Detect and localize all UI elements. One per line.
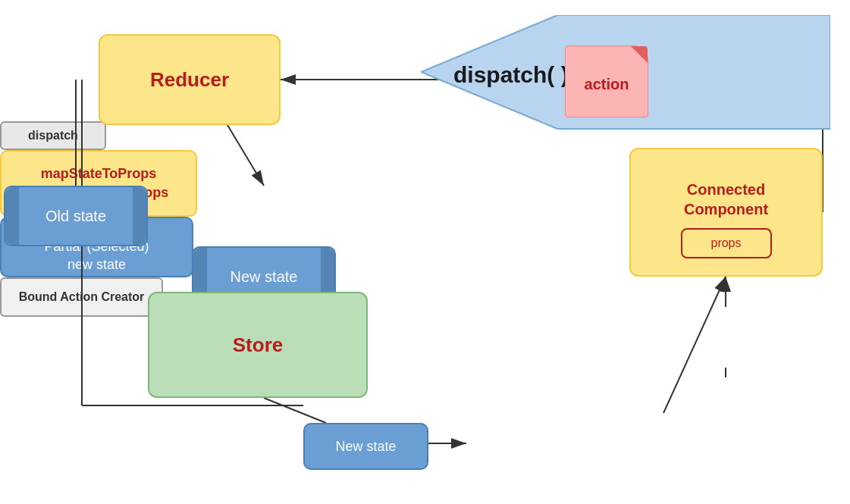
map-state-label: mapStateToProps [41,166,157,181]
action-label: action [585,76,629,93]
dispatch-bottom-label: dispatch [28,129,78,142]
connected-component-box: ConnectedComponent props [629,148,823,277]
diagram: dispatch( ) action Reducer Old state New… [0,0,850,504]
store-box: Store [148,292,368,398]
bound-action-box: Bound Action Creator [0,277,163,317]
dispatch-bottom-box: dispatch [0,121,106,150]
props-label: props [710,236,741,250]
props-inner-box: props [681,228,772,258]
new-state-top-label: New state [231,268,298,286]
dispatch-call-label: dispatch( ) [453,62,569,87]
old-state-box: Old state [4,186,148,246]
old-state-label: Old state [45,208,106,225]
store-label: Store [233,333,283,357]
dispatch-call-text: dispatch( ) [453,62,569,88]
action-tag: action [565,45,648,117]
reducer-box: Reducer [99,34,281,125]
bound-action-label: Bound Action Creator [19,290,145,304]
svg-line-8 [264,398,326,423]
svg-line-11 [663,277,726,413]
reducer-label: Reducer [150,68,229,92]
svg-line-6 [227,125,264,186]
new-state-bottom-box: New state [303,423,428,470]
connected-title: ConnectedComponent [684,180,768,219]
new-state-bottom-label: New state [335,439,396,455]
